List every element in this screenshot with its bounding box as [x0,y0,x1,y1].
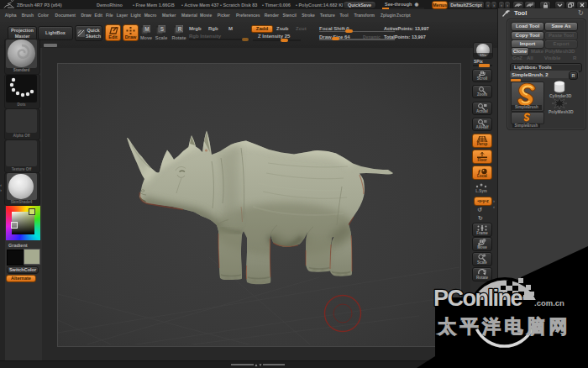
svg-text:R: R [178,26,182,32]
svg-text:太平洋电脑网: 太平洋电脑网 [437,316,571,337]
svg-text:.com.cn: .com.cn [534,298,564,308]
svg-text:M: M [144,26,149,32]
svg-text:S: S [160,26,165,32]
svg-text:PConline: PConline [433,286,522,311]
